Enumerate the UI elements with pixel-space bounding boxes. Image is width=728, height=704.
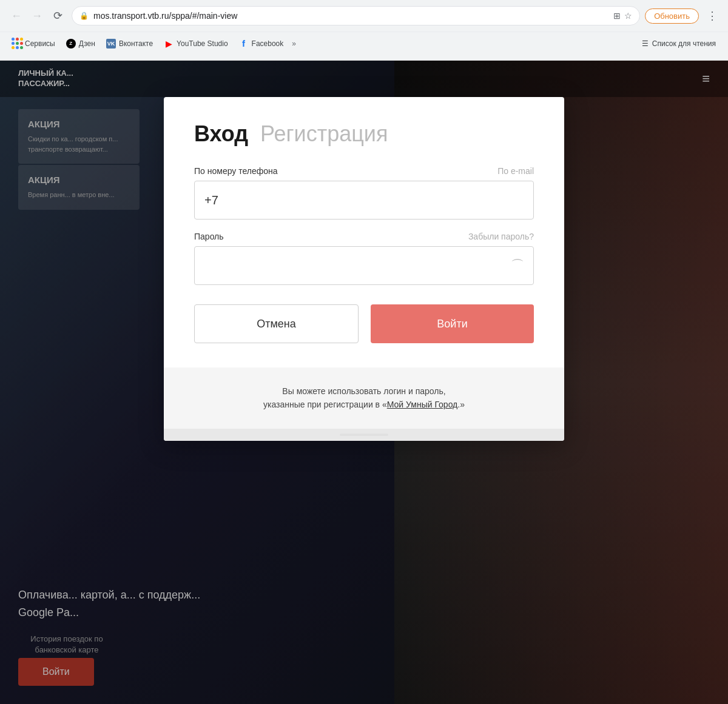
phone-input[interactable]: [194, 181, 534, 220]
reading-list-button[interactable]: ☰ Список для чтения: [637, 37, 721, 50]
page-background: ЛИЧНЫЙ КА... ПАССАЖИР... ≡ АКЦИЯ Скидки …: [0, 61, 728, 704]
smart-city-link[interactable]: Мой Умный Город: [387, 400, 458, 409]
update-button[interactable]: Обновить: [645, 8, 699, 24]
youtube-studio-label: YouTube Studio: [177, 39, 228, 48]
password-wrapper: ⌒: [194, 246, 534, 285]
bookmark-dzen[interactable]: Z Дзен: [61, 36, 100, 51]
forward-button[interactable]: →: [28, 7, 46, 25]
tab-register[interactable]: Регистрация: [260, 121, 388, 147]
cancel-button[interactable]: Отмена: [194, 304, 359, 343]
bookmark-star-icon[interactable]: ☆: [624, 11, 632, 21]
reading-list-label: Список для чтения: [652, 39, 716, 48]
modal-overlay: Вход Регистрация По номеру телефона По e…: [0, 61, 728, 704]
modal-scrollbar: [340, 434, 388, 436]
modal-footer: Вы можете использовать логин и пароль, у…: [164, 367, 564, 429]
bookmark-facebook[interactable]: f Facebook: [234, 36, 289, 51]
bookmark-youtube-studio[interactable]: ▶ YouTube Studio: [159, 36, 233, 51]
email-label[interactable]: По e-mail: [497, 166, 534, 176]
dzen-icon: Z: [66, 39, 76, 49]
facebook-label: Facebook: [252, 39, 284, 48]
footer-text-3: .»: [457, 400, 465, 409]
back-button[interactable]: ←: [7, 7, 25, 25]
login-modal: Вход Регистрация По номеру телефона По e…: [164, 97, 564, 441]
address-bar[interactable]: 🔒 mos.transport.vtb.ru/sppa/#/main-view …: [72, 6, 640, 25]
password-input[interactable]: [194, 246, 534, 285]
submit-login-button[interactable]: Войти: [371, 304, 534, 343]
modal-body: Вход Регистрация По номеру телефона По e…: [164, 97, 564, 367]
footer-text-2: указанные при регистрации в «: [263, 400, 387, 409]
bookmark-services[interactable]: Сервисы: [7, 36, 60, 51]
browser-toolbar: ← → ⟳ 🔒 mos.transport.vtb.ru/sppa/#/main…: [0, 0, 728, 32]
modal-buttons: Отмена Войти: [194, 304, 534, 343]
bookmarks-bar: Сервисы Z Дзен VK Вконтакте ▶ YouTube St…: [0, 32, 728, 55]
password-label: Пароль: [194, 232, 224, 241]
more-bookmarks-button[interactable]: »: [289, 37, 298, 50]
footer-text-1: Вы можете использовать логин и пароль,: [282, 386, 445, 396]
more-options-button[interactable]: ⋮: [704, 7, 721, 24]
facebook-icon: f: [239, 39, 249, 49]
lock-icon: 🔒: [79, 12, 89, 20]
modal-tabs: Вход Регистрация: [194, 121, 534, 147]
forgot-password-link[interactable]: Забыли пароль?: [468, 232, 534, 241]
reading-list-icon: ☰: [642, 39, 649, 48]
translate-icon[interactable]: ⊞: [613, 11, 621, 21]
reload-button[interactable]: ⟳: [49, 7, 67, 25]
browser-chrome: ← → ⟳ 🔒 mos.transport.vtb.ru/sppa/#/main…: [0, 0, 728, 61]
google-dots-icon: [12, 39, 22, 49]
services-label: Сервисы: [25, 39, 55, 48]
vkontakte-label: Вконтакте: [119, 39, 153, 48]
vk-icon: VK: [106, 39, 116, 49]
nav-buttons: ← → ⟳: [7, 7, 67, 25]
url-text: mos.transport.vtb.ru/sppa/#/main-view: [93, 11, 608, 21]
tab-login[interactable]: Вход: [194, 121, 248, 147]
password-row-label: Пароль Забыли пароль?: [194, 232, 534, 241]
bookmarks-right: ☰ Список для чтения: [637, 37, 721, 50]
dzen-label: Дзен: [79, 39, 95, 48]
toggle-password-icon[interactable]: ⌒: [511, 256, 524, 275]
bookmark-vkontakte[interactable]: VK Вконтакте: [101, 36, 158, 51]
address-icons: ⊞ ☆: [613, 11, 632, 21]
modal-scrollbar-area: [164, 429, 564, 441]
phone-row-label: По номеру телефона По e-mail: [194, 166, 534, 176]
phone-label: По номеру телефона: [194, 166, 278, 176]
youtube-icon: ▶: [164, 39, 174, 49]
